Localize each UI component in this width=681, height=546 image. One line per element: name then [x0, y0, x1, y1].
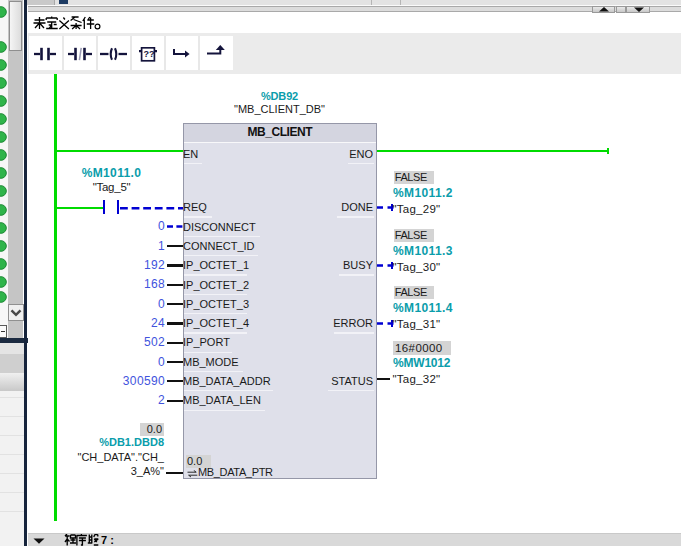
- svg-text:7 :: 7 :: [101, 534, 114, 546]
- svg-text:??: ??: [143, 49, 154, 59]
